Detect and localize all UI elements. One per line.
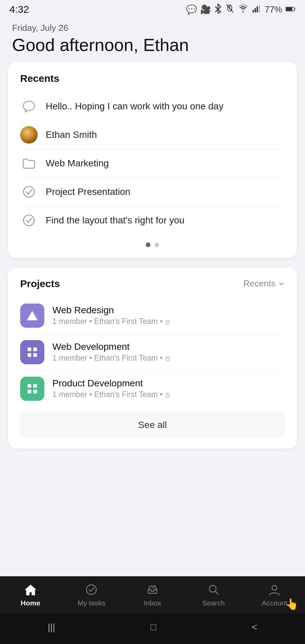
recent-item-check2[interactable]: Find the layout that's right for you [20, 206, 285, 234]
svg-text:zZ: zZ [151, 586, 155, 590]
recent-folder-text: Web Marketing [46, 158, 109, 169]
chat-icon [20, 98, 38, 115]
status-icons: 💬 🎥 [186, 3, 296, 15]
projects-filter-button[interactable]: Recents [244, 278, 285, 289]
svg-rect-17 [166, 358, 169, 361]
recent-check1-text: Project Presentation [46, 186, 130, 197]
recent-item-avatar[interactable]: Ethan Smith [20, 120, 285, 149]
project-name-web-redesign: Web Redesign [52, 305, 285, 316]
check-icon-1 [20, 183, 38, 201]
greeting-text: Good afternoon, Ethan [12, 35, 293, 55]
sys-home-btn[interactable]: □ [150, 622, 156, 633]
check-icon-2 [20, 212, 38, 229]
mytasks-icon [84, 582, 99, 597]
project-icon-web-redesign [20, 304, 44, 328]
recent-avatar-text: Ethan Smith [46, 129, 97, 140]
svg-rect-8 [286, 7, 292, 11]
nav-search-label: Search [202, 599, 225, 607]
battery-percent: 77% [265, 4, 282, 15]
search-icon [206, 582, 221, 597]
system-nav: ||| □ < [0, 614, 305, 644]
nav-inbox-label: Inbox [144, 599, 161, 607]
recent-chat-text: Hello.. Hoping I can work with you one d… [46, 101, 223, 112]
project-item-web-redesign[interactable]: Web Redesign 1 member • Ethan's First Te… [20, 298, 285, 334]
recent-item-chat[interactable]: Hello.. Hoping I can work with you one d… [20, 92, 285, 120]
svg-rect-18 [28, 384, 31, 388]
nav-inbox[interactable]: zZ Inbox [132, 582, 173, 607]
project-name-product-development: Product Development [52, 378, 285, 389]
svg-point-27 [272, 585, 277, 590]
svg-rect-21 [33, 390, 37, 393]
project-icon-product-development [20, 377, 44, 401]
pagination-dots [20, 243, 285, 247]
nav-home[interactable]: Home [10, 582, 51, 607]
svg-point-9 [24, 186, 34, 197]
date-display: Friday, July 26 [12, 23, 293, 33]
sys-menu-btn[interactable]: ||| [48, 622, 55, 633]
status-time: 4:32 [9, 4, 29, 15]
bluetooth-icon [214, 3, 222, 15]
recent-item-check1[interactable]: Project Presentation [20, 177, 285, 206]
project-info-product-development: Product Development 1 member • Ethan's F… [52, 378, 285, 399]
dot-2 [155, 243, 159, 247]
messenger-icon: 💬 [186, 4, 197, 15]
project-icon-web-development [20, 340, 44, 364]
project-meta-product-development: 1 member • Ethan's First Team • [52, 390, 285, 399]
wifi-icon [238, 4, 249, 15]
svg-rect-4 [255, 8, 256, 12]
svg-rect-20 [28, 390, 31, 393]
nav-account-label: Account [262, 599, 287, 607]
battery-icon [286, 5, 296, 14]
svg-rect-12 [166, 321, 169, 324]
svg-point-23 [87, 585, 96, 594]
project-item-product-development[interactable]: Product Development 1 member • Ethan's F… [20, 370, 285, 407]
svg-marker-11 [27, 311, 38, 320]
home-icon [23, 582, 38, 597]
svg-rect-15 [28, 353, 31, 357]
recents-title: Recents [20, 73, 285, 84]
project-meta-web-development: 1 member • Ethan's First Team • [52, 354, 285, 363]
nav-home-label: Home [21, 599, 40, 607]
svg-rect-3 [253, 10, 254, 12]
dot-1 [146, 243, 150, 247]
status-bar: 4:32 💬 🎥 [0, 0, 305, 17]
svg-point-10 [24, 215, 34, 226]
projects-title: Projects [20, 278, 60, 289]
folder-icon [20, 155, 38, 172]
recent-check2-text: Find the layout that's right for you [46, 215, 184, 226]
bottom-nav: Home My tasks zZ Inbox [0, 576, 305, 614]
inbox-icon: zZ [145, 582, 160, 597]
svg-rect-6 [259, 5, 260, 12]
projects-filter-label: Recents [244, 278, 275, 289]
project-name-web-development: Web Development [52, 341, 285, 352]
project-item-web-development[interactable]: Web Development 1 member • Ethan's First… [20, 334, 285, 370]
projects-header: Projects Recents [20, 278, 285, 289]
see-all-button[interactable]: See all [20, 412, 285, 438]
page-header: Friday, July 26 Good afternoon, Ethan [0, 17, 305, 62]
signal-icon [252, 4, 261, 15]
svg-rect-13 [28, 347, 31, 351]
avatar-icon [20, 126, 38, 144]
sys-back-btn[interactable]: < [252, 622, 257, 633]
nav-search[interactable]: Search [193, 582, 234, 607]
project-info-web-development: Web Development 1 member • Ethan's First… [52, 341, 285, 363]
mute-icon [225, 4, 234, 15]
nav-mytasks-label: My tasks [78, 599, 105, 607]
svg-rect-16 [33, 353, 37, 357]
recent-item-folder[interactable]: Web Marketing [20, 149, 285, 177]
nav-account[interactable]: Account [254, 582, 295, 607]
project-meta-web-redesign: 1 member • Ethan's First Team • [52, 317, 285, 326]
recents-card: Recents Hello.. Hoping I can work with y… [8, 62, 297, 258]
svg-line-26 [215, 591, 218, 595]
svg-rect-19 [33, 384, 37, 388]
scroll-area: Friday, July 26 Good afternoon, Ethan Re… [0, 17, 305, 644]
project-info-web-redesign: Web Redesign 1 member • Ethan's First Te… [52, 305, 285, 326]
svg-rect-22 [166, 394, 169, 397]
account-icon [267, 582, 282, 597]
video-icon: 🎥 [200, 4, 211, 15]
nav-mytasks[interactable]: My tasks [71, 582, 112, 607]
svg-rect-5 [257, 6, 258, 12]
svg-rect-14 [33, 347, 37, 351]
projects-card: Projects Recents Web Redesign 1 member •… [8, 267, 297, 448]
